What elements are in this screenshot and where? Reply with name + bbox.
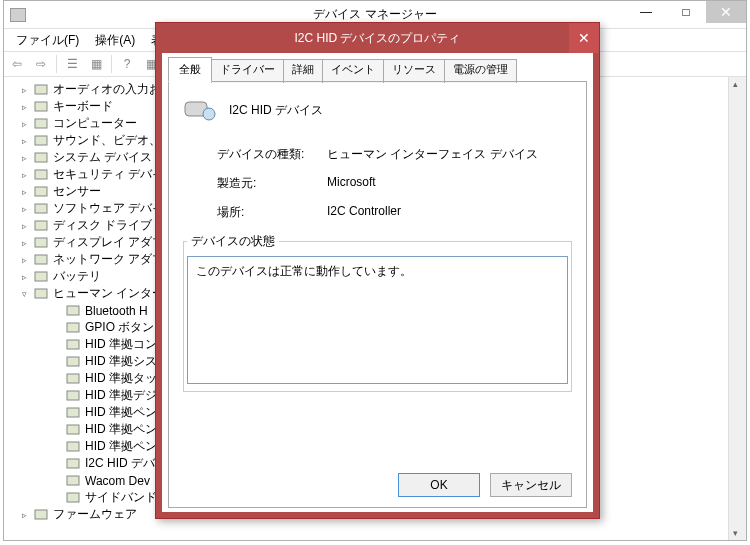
svg-rect-7 (35, 204, 47, 213)
device-category-icon (34, 219, 50, 233)
maximize-button[interactable]: □ (666, 1, 706, 23)
toolbar-icon[interactable]: ▦ (85, 53, 107, 75)
tree-item-label: Bluetooth H (85, 304, 148, 318)
dialog-body: 全般 ドライバー 詳細 イベント リソース 電源の管理 I2C HID デバイス… (156, 53, 599, 518)
svg-rect-4 (35, 153, 47, 162)
svg-rect-10 (35, 255, 47, 264)
expander-icon[interactable]: ▹ (22, 170, 34, 180)
tree-item-label: GPIO ボタン (85, 319, 154, 336)
dialog-title: I2C HID デバイスのプロパティ (156, 30, 599, 47)
tab-power[interactable]: 電源の管理 (444, 59, 517, 83)
tree-item-label: ファームウェア (53, 506, 137, 523)
tree-item-label: HID 準拠ペン (85, 421, 157, 438)
device-category-icon (34, 134, 50, 148)
menu-file[interactable]: ファイル(F) (8, 30, 87, 51)
tab-details[interactable]: 詳細 (283, 59, 323, 83)
info-row-manufacturer: 製造元: Microsoft (183, 175, 572, 192)
toolbar-icon[interactable]: ☰ (61, 53, 83, 75)
expander-icon[interactable]: ▹ (22, 238, 34, 248)
device-category-icon (66, 372, 82, 386)
tree-item-label: ディスク ドライブ (53, 217, 152, 234)
svg-rect-21 (67, 442, 79, 451)
svg-rect-1 (35, 102, 47, 111)
tab-events[interactable]: イベント (322, 59, 384, 83)
tree-item-label: HID 準拠タッ (85, 370, 157, 387)
device-category-icon (66, 457, 82, 471)
dialog-buttons: OK キャンセル (398, 473, 572, 497)
tab-strip: 全般 ドライバー 詳細 イベント リソース 電源の管理 (168, 57, 587, 81)
svg-rect-3 (35, 136, 47, 145)
tab-resources[interactable]: リソース (383, 59, 445, 83)
svg-rect-5 (35, 170, 47, 179)
device-category-icon (34, 83, 50, 97)
minimize-button[interactable]: — (626, 1, 666, 23)
device-category-icon (66, 355, 82, 369)
device-status-textarea[interactable]: このデバイスは正常に動作しています。 (187, 256, 568, 384)
svg-rect-11 (35, 272, 47, 281)
toolbar-separator (56, 55, 57, 73)
expander-icon[interactable]: ▿ (22, 289, 34, 299)
close-button[interactable]: ✕ (706, 1, 746, 23)
nav-back-icon[interactable]: ⇦ (6, 53, 28, 75)
svg-rect-8 (35, 221, 47, 230)
tree-item-label: HID 準拠ペン (85, 404, 157, 421)
menu-action[interactable]: 操作(A) (87, 30, 143, 51)
properties-dialog: I2C HID デバイスのプロパティ ✕ 全般 ドライバー 詳細 イベント リソ… (155, 22, 600, 519)
tab-general[interactable]: 全般 (168, 57, 212, 82)
svg-rect-15 (67, 340, 79, 349)
tree-item-label: バッテリ (53, 268, 101, 285)
device-category-icon (34, 202, 50, 216)
expander-icon[interactable]: ▹ (22, 510, 34, 520)
ok-button[interactable]: OK (398, 473, 480, 497)
help-icon[interactable]: ? (116, 53, 138, 75)
tree-item-label: センサー (53, 183, 101, 200)
device-category-icon (66, 338, 82, 352)
expander-icon[interactable]: ▹ (22, 136, 34, 146)
expander-icon[interactable]: ▹ (22, 221, 34, 231)
device-category-icon (34, 508, 50, 522)
expander-icon[interactable]: ▹ (22, 204, 34, 214)
svg-rect-14 (67, 323, 79, 332)
expander-icon[interactable]: ▹ (22, 119, 34, 129)
manufacturer-label: 製造元: (217, 175, 327, 192)
svg-rect-0 (35, 85, 47, 94)
svg-rect-23 (67, 476, 79, 485)
vertical-scrollbar[interactable] (728, 77, 746, 540)
svg-rect-9 (35, 238, 47, 247)
expander-icon[interactable]: ▹ (22, 187, 34, 197)
svg-rect-19 (67, 408, 79, 417)
device-category-icon (66, 321, 82, 335)
svg-rect-24 (67, 493, 79, 502)
dialog-close-button[interactable]: ✕ (569, 23, 599, 53)
svg-rect-20 (67, 425, 79, 434)
tree-item-label: HID 準拠コン (85, 336, 157, 353)
device-category-icon (66, 491, 82, 505)
tree-item-label: ソフトウェア デバイ (53, 200, 164, 217)
tab-driver[interactable]: ドライバー (211, 59, 284, 83)
nav-forward-icon[interactable]: ⇨ (30, 53, 52, 75)
tree-item-label: オーディオの入力お (53, 81, 161, 98)
device-category-icon (34, 270, 50, 284)
expander-icon[interactable]: ▹ (22, 153, 34, 163)
device-status-group: デバイスの状態 このデバイスは正常に動作しています。 (183, 233, 572, 392)
expander-icon[interactable]: ▹ (22, 102, 34, 112)
tree-item-label: コンピューター (53, 115, 137, 132)
type-value: ヒューマン インターフェイス デバイス (327, 146, 538, 163)
expander-icon[interactable]: ▹ (22, 272, 34, 282)
tree-item-label: HID 準拠デジ (85, 387, 157, 404)
dialog-titlebar[interactable]: I2C HID デバイスのプロパティ ✕ (156, 23, 599, 53)
info-row-type: デバイスの種類: ヒューマン インターフェイス デバイス (183, 146, 572, 163)
device-category-icon (66, 406, 82, 420)
app-icon (10, 8, 26, 22)
device-category-icon (34, 100, 50, 114)
device-category-icon (34, 185, 50, 199)
tree-item-label: ヒューマン インター (53, 285, 164, 302)
expander-icon[interactable]: ▹ (22, 85, 34, 95)
cancel-button[interactable]: キャンセル (490, 473, 572, 497)
hid-device-icon (183, 96, 217, 124)
device-category-icon (34, 117, 50, 131)
svg-rect-25 (35, 510, 47, 519)
tree-item-label: ディスプレイ アダプ (53, 234, 164, 251)
expander-icon[interactable]: ▹ (22, 255, 34, 265)
svg-rect-22 (67, 459, 79, 468)
